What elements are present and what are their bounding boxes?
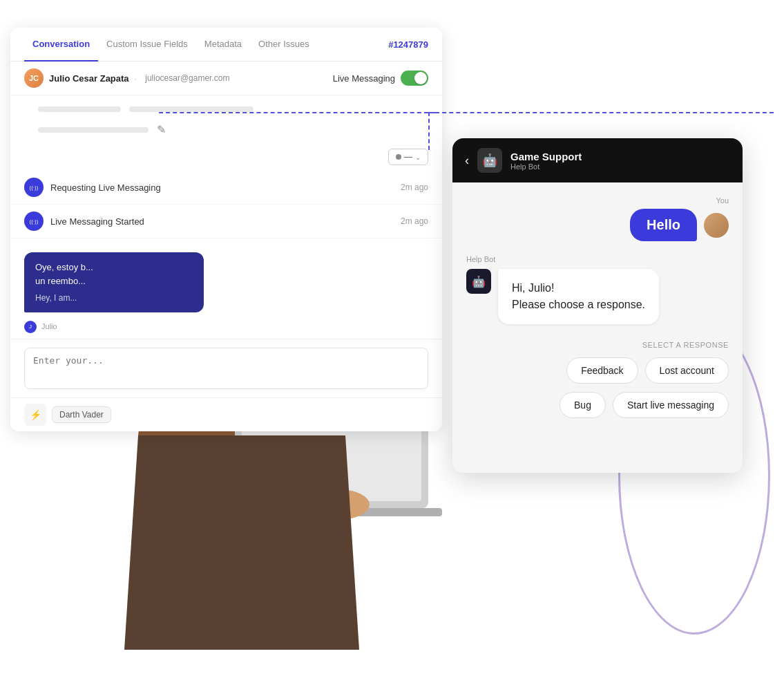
darth-badge: Darth Vader <box>52 406 111 423</box>
bot-bubble: Hi, Julio! Please choose a response. <box>498 269 659 324</box>
activity-text: Requesting Live Messaging <box>50 182 394 193</box>
status-row: — ⌄ <box>10 149 442 171</box>
user-email: juliocesar@gamer.com <box>145 73 229 83</box>
select-response-label: SELECT A RESPONSE <box>466 341 729 349</box>
response-btn-feedback[interactable]: Feedback <box>566 357 638 384</box>
issue-number: #1247879 <box>388 39 428 50</box>
bot-avatar: 🤖 <box>466 269 491 294</box>
loading-bar <box>129 106 254 112</box>
agent-label: J Julio <box>24 321 428 333</box>
bot-message-row: 🤖 Hi, Julio! Please choose a response. <box>466 269 729 324</box>
lightning-icon: ⚡ <box>30 409 41 420</box>
chat-body: You Hello Help Bot 🤖 Hi, Julio! Please c… <box>452 182 743 473</box>
chat-title: Game Support <box>510 151 582 162</box>
activity-icon: ((·)) <box>24 212 44 231</box>
chat-header: ‹ 🤖 Game Support Help Bot <box>452 138 743 182</box>
loading-bar <box>38 106 121 112</box>
status-badge[interactable]: — ⌄ <box>388 149 428 165</box>
tab-conversation[interactable]: Conversation <box>24 28 98 62</box>
tab-metadata[interactable]: Metadata <box>196 28 250 62</box>
tab-custom-issue-fields[interactable]: Custom Issue Fields <box>98 28 196 62</box>
chevron-down-icon: ⌄ <box>415 153 421 161</box>
user-name: Julio Cesar Zapata <box>49 73 129 84</box>
bottom-bar: ⚡ Darth Vader <box>10 397 442 431</box>
tab-bar: Conversation Custom Issue Fields Metadat… <box>10 28 442 62</box>
tab-other-issues[interactable]: Other Issues <box>250 28 318 62</box>
response-btn-start-live-messaging[interactable]: Start live messaging <box>613 392 729 418</box>
chat-header-info: Game Support Help Bot <box>510 151 582 171</box>
back-button[interactable]: ‹ <box>465 153 469 168</box>
activity-text: Live Messaging Started <box>50 216 394 227</box>
loading-bars: ✎ <box>10 95 442 149</box>
svg-rect-8 <box>221 508 442 516</box>
user-hello: Hello <box>466 209 729 241</box>
edit-icon[interactable]: ✎ <box>157 123 166 136</box>
help-bot-label: Help Bot <box>466 255 729 263</box>
svg-point-9 <box>307 489 370 520</box>
user-row: JC Julio Cesar Zapata · juliocesar@gamer… <box>10 62 442 95</box>
loading-bar <box>38 127 149 133</box>
user-avatar-thumb <box>704 213 729 238</box>
response-options: Feedback Lost account <box>466 357 729 384</box>
lightning-button[interactable]: ⚡ <box>24 404 46 426</box>
activity-time: 2m ago <box>401 182 428 192</box>
response-btn-lost-account[interactable]: Lost account <box>645 357 729 384</box>
avatar: JC <box>24 68 44 88</box>
status-dot <box>396 154 401 160</box>
input-area <box>10 339 442 397</box>
left-panel: Conversation Custom Issue Fields Metadat… <box>10 28 442 431</box>
activity-item: ((·)) Requesting Live Messaging 2m ago <box>10 171 442 205</box>
live-messaging-label: Live Messaging <box>333 73 395 84</box>
response-options-row2: Bug Start live messaging <box>466 392 729 418</box>
activity-item: ((·)) Live Messaging Started 2m ago <box>10 205 442 238</box>
chat-input[interactable] <box>24 348 428 389</box>
right-panel: ‹ 🤖 Game Support Help Bot You Hello Help… <box>452 138 743 473</box>
you-label: You <box>466 196 729 205</box>
activity-time: 2m ago <box>401 216 428 226</box>
bot-icon: 🤖 <box>477 148 502 173</box>
live-messaging-row: Live Messaging <box>333 71 428 86</box>
hello-bubble: Hello <box>630 209 697 241</box>
response-btn-bug[interactable]: Bug <box>560 392 606 418</box>
chat-bubble-user: Oye, estoy b... un reembo... Hey, I am..… <box>24 252 204 312</box>
live-messaging-toggle[interactable] <box>401 71 428 86</box>
chat-section: Oye, estoy b... un reembo... Hey, I am..… <box>10 238 442 339</box>
chat-subtitle: Help Bot <box>510 162 582 171</box>
activity-icon: ((·)) <box>24 178 44 197</box>
